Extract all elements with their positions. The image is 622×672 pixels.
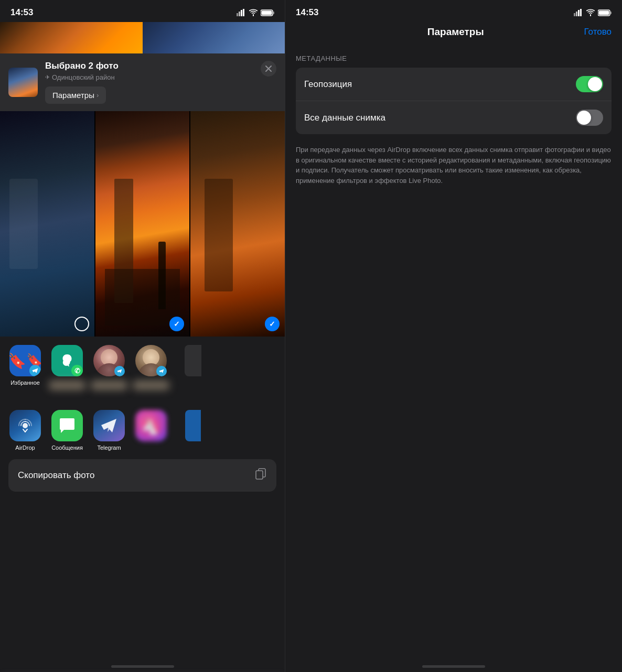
location-icon: ✈ (45, 74, 50, 81)
right-panel: 14:53 Параметры Готово (285, 0, 622, 672)
svg-point-7 (23, 423, 28, 428)
telegram-symbol (101, 418, 117, 433)
photo-3-select[interactable] (265, 317, 280, 331)
share-header: Выбрано 2 фото ✈ Одинцовский район Парам… (0, 53, 285, 111)
svg-rect-13 (576, 12, 577, 16)
svg-rect-1 (239, 12, 240, 16)
app-item-partial[interactable] (176, 345, 210, 402)
svg-rect-18 (599, 10, 609, 15)
messages-icon[interactable] (51, 410, 83, 441)
messages-symbol (59, 418, 76, 433)
right-status-icons (574, 9, 612, 16)
right-signal-icon (574, 9, 583, 16)
app4-icon[interactable]: 🦄 (135, 410, 167, 441)
app5-label (192, 445, 194, 451)
svg-rect-11 (256, 471, 263, 479)
person2-label (150, 395, 152, 402)
action-item-app4[interactable]: 🦄 (134, 410, 168, 451)
action-item-app5[interactable] (176, 410, 210, 451)
svg-rect-12 (574, 13, 575, 16)
share-actions-row: AirDrop Сообщения Telegram � (0, 406, 285, 459)
svg-line-9 (25, 429, 27, 432)
params-content: МЕТАДАННЫЕ Геопозиция Все данные снимка … (285, 46, 622, 659)
top-photo-2 (143, 22, 285, 53)
top-photo-1 (0, 22, 143, 53)
photo-2-select[interactable] (169, 317, 184, 331)
close-icon (265, 66, 272, 72)
airdrop-icon[interactable] (9, 410, 41, 441)
geoposition-toggle-knob (588, 77, 602, 91)
right-wifi-icon (586, 9, 595, 16)
action-item-telegram[interactable]: Telegram (92, 410, 126, 451)
telegram-badge-favorites (29, 365, 41, 376)
svg-rect-2 (241, 10, 242, 16)
svg-rect-6 (262, 10, 272, 15)
telegram-mini-icon (32, 368, 38, 373)
right-status-bar: 14:53 (285, 0, 622, 22)
top-photos-strip (0, 22, 285, 53)
share-subtitle: ✈ Одинцовский район (45, 73, 276, 81)
photo-2[interactable] (95, 111, 190, 337)
params-title: Параметры (327, 26, 584, 38)
whatsapp-icon: ✆ (74, 367, 80, 375)
app-item-favorites[interactable]: 🔖 Избранное (8, 345, 42, 402)
left-status-icons (237, 9, 274, 16)
svg-rect-5 (273, 12, 274, 14)
tg-icon-2 (159, 369, 164, 373)
metadata-section-label: МЕТАДАННЫЕ (296, 55, 612, 62)
app4-symbol: 🦄 (142, 417, 161, 435)
app5-icon[interactable] (185, 410, 201, 441)
right-home-indicator (285, 659, 622, 672)
share-info: Выбрано 2 фото ✈ Одинцовский район Парам… (45, 61, 276, 104)
geoposition-label: Геопозиция (304, 79, 352, 90)
params-button[interactable]: Параметры › (45, 86, 106, 104)
action-item-messages[interactable]: Сообщения (50, 410, 84, 451)
photo-1[interactable] (0, 111, 94, 337)
settings-card: Геопозиция Все данные снимка (296, 68, 612, 134)
copy-icon (254, 468, 267, 483)
svg-rect-14 (578, 10, 580, 16)
battery-icon (261, 9, 274, 16)
whatsapp-badge: ✆ (71, 365, 83, 376)
photo-3[interactable] (190, 111, 285, 337)
tg-icon (117, 369, 122, 373)
share-thumbnail (8, 68, 38, 97)
home-bar (111, 665, 174, 668)
svg-rect-15 (580, 9, 582, 16)
geoposition-row: Геопозиция (296, 68, 612, 101)
favorites-icon[interactable]: 🔖 (9, 345, 41, 376)
telegram-label: Telegram (97, 445, 121, 451)
all-data-label: Все данные снимка (304, 113, 385, 123)
params-button-label: Параметры (52, 91, 94, 100)
right-home-bar (422, 665, 485, 668)
messages-label: Сообщения (51, 445, 83, 451)
all-data-row: Все данные снимка (296, 101, 612, 134)
done-button[interactable]: Готово (584, 27, 612, 37)
params-nav: Параметры Готово (285, 22, 622, 46)
photos-grid (0, 111, 285, 337)
app-item-chatgpt[interactable]: ✆ (50, 345, 84, 402)
signal-icon (237, 9, 246, 16)
params-chevron: › (96, 91, 99, 99)
telegram-icon[interactable] (93, 410, 125, 441)
person1-label (108, 395, 110, 402)
airdrop-label: AirDrop (15, 445, 35, 451)
app-item-person1[interactable] (92, 345, 126, 402)
telegram-badge-person1 (114, 366, 125, 376)
app-item-person2[interactable] (134, 345, 168, 402)
all-data-toggle[interactable] (576, 110, 603, 126)
left-panel: 14:53 (0, 0, 285, 672)
action-item-airdrop[interactable]: AirDrop (8, 410, 42, 451)
photo-1-select[interactable] (74, 317, 89, 331)
airdrop-symbol (17, 417, 34, 434)
settings-description: При передаче данных через AirDrop включе… (296, 138, 612, 194)
favorites-label: Избранное (10, 380, 40, 386)
close-button[interactable] (261, 61, 276, 77)
copy-photo-button[interactable]: Скопировать фото (8, 459, 276, 492)
geoposition-toggle[interactable] (576, 76, 603, 92)
copy-symbol (254, 468, 267, 480)
share-apps-row: 🔖 Избранное ✆ (0, 337, 285, 406)
chatgpt-label (66, 395, 68, 402)
svg-rect-3 (243, 9, 244, 16)
left-time: 14:53 (10, 7, 33, 18)
